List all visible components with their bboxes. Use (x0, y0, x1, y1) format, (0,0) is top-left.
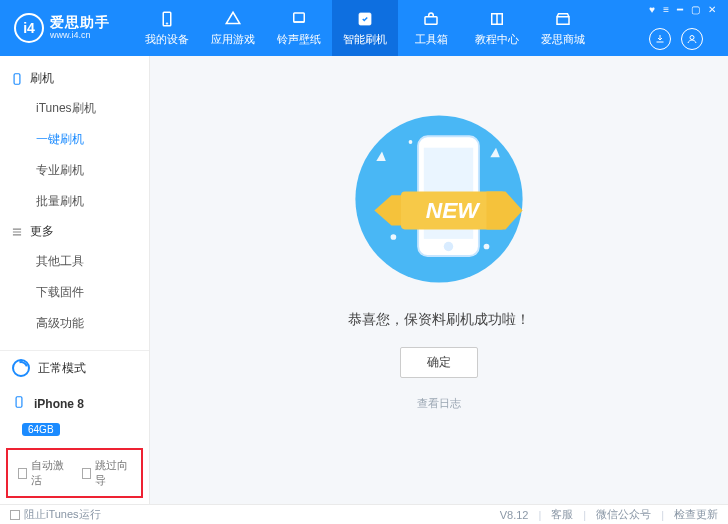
refresh-icon (12, 359, 30, 377)
sidebar: 刷机 iTunes刷机 一键刷机 专业刷机 批量刷机 更多 其他工具 下载固件 … (0, 56, 150, 504)
sidebar-group-title: 更多 (30, 223, 54, 240)
logo-title: 爱思助手 (50, 15, 110, 30)
view-log-link[interactable]: 查看日志 (417, 396, 461, 411)
sidebar-item-download-fw[interactable]: 下载固件 (0, 277, 149, 308)
phone-outline-icon (10, 72, 24, 86)
checkbox-box-icon (82, 468, 91, 479)
svg-text:NEW: NEW (426, 197, 482, 223)
checkbox-box-icon (18, 468, 27, 479)
separator: | (538, 509, 541, 521)
sidebar-item-other-tools[interactable]: 其他工具 (0, 246, 149, 277)
sidebar-item-one-click-flash[interactable]: 一键刷机 (0, 124, 149, 155)
book-icon (488, 10, 506, 28)
success-illustration: NEW (344, 104, 534, 297)
separator: | (583, 509, 586, 521)
header-right: ♥ ≡ ━ ▢ ✕ (649, 0, 720, 56)
checkbox-label: 阻止iTunes运行 (24, 507, 101, 522)
support-link[interactable]: 客服 (551, 507, 573, 522)
sidebar-item-pro-flash[interactable]: 专业刷机 (0, 155, 149, 186)
shop-icon (554, 10, 572, 28)
success-message: 恭喜您，保资料刷机成功啦！ (348, 311, 530, 329)
svg-point-12 (484, 244, 490, 250)
sidebar-item-itunes-flash[interactable]: iTunes刷机 (0, 93, 149, 124)
checkbox-box-icon (10, 510, 20, 520)
list-icon (10, 225, 24, 239)
window-controls: ♥ ≡ ━ ▢ ✕ (649, 4, 720, 15)
app-body: 刷机 iTunes刷机 一键刷机 专业刷机 批量刷机 更多 其他工具 下载固件 … (0, 56, 728, 504)
svg-rect-6 (14, 73, 20, 84)
nav-smart-flash[interactable]: 智能刷机 (332, 0, 398, 56)
top-nav: 我的设备 应用游戏 铃声壁纸 智能刷机 工具箱 (134, 0, 596, 56)
download-icon[interactable] (649, 28, 671, 50)
svg-point-13 (409, 140, 413, 144)
nav-ringtone-wallpaper[interactable]: 铃声壁纸 (266, 0, 332, 56)
sidebar-group-more: 更多 (0, 217, 149, 246)
nav-label: 应用游戏 (211, 32, 255, 47)
menu-button[interactable]: ♥ (649, 4, 655, 15)
settings-button[interactable]: ≡ (663, 4, 669, 15)
user-icon[interactable] (681, 28, 703, 50)
sidebar-group-title: 刷机 (30, 70, 54, 87)
toolbox-icon (422, 10, 440, 28)
maximize-button[interactable]: ▢ (691, 4, 700, 15)
version-label: V8.12 (500, 509, 529, 521)
svg-point-5 (690, 36, 694, 40)
svg-point-11 (391, 234, 397, 240)
logo-subtitle: www.i4.cn (50, 31, 110, 41)
device-mode-label: 正常模式 (38, 360, 86, 377)
checkbox-block-itunes[interactable]: 阻止iTunes运行 (10, 507, 101, 522)
sidebar-item-batch-flash[interactable]: 批量刷机 (0, 186, 149, 217)
main-content: NEW 恭喜您，保资料刷机成功啦！ 确定 查看日志 (150, 56, 728, 504)
phone-small-icon (12, 393, 26, 414)
nav-tutorial-center[interactable]: 教程中心 (464, 0, 530, 56)
checkbox-skip-guide[interactable]: 跳过向导 (82, 458, 132, 488)
ok-button[interactable]: 确定 (400, 347, 478, 378)
music-note-icon (290, 10, 308, 28)
app-logo: i4 爱思助手 www.i4.cn (14, 13, 110, 43)
svg-rect-7 (16, 397, 22, 408)
sidebar-group-flash: 刷机 (0, 64, 149, 93)
nav-label: 爱思商城 (541, 32, 585, 47)
app-header: i4 爱思助手 www.i4.cn 我的设备 应用游戏 铃声壁纸 (0, 0, 728, 56)
nav-store[interactable]: 爱思商城 (530, 0, 596, 56)
status-bar: 阻止iTunes运行 V8.12 | 客服 | 微信公众号 | 检查更新 (0, 504, 728, 524)
svg-rect-2 (294, 13, 305, 22)
flash-icon (356, 10, 374, 28)
close-button[interactable]: ✕ (708, 4, 716, 15)
svg-point-16 (444, 242, 454, 252)
nav-toolbox[interactable]: 工具箱 (398, 0, 464, 56)
apps-icon (224, 10, 242, 28)
nav-apps-games[interactable]: 应用游戏 (200, 0, 266, 56)
device-capacity-badge: 64GB (22, 423, 60, 436)
device-mode[interactable]: 正常模式 (0, 351, 149, 385)
sidebar-item-advanced[interactable]: 高级功能 (0, 308, 149, 339)
nav-label: 我的设备 (145, 32, 189, 47)
svg-rect-4 (425, 16, 437, 24)
separator: | (661, 509, 664, 521)
flash-options-box: 自动激活 跳过向导 (6, 448, 143, 498)
svg-point-1 (166, 22, 168, 24)
checkbox-label: 自动激活 (31, 458, 67, 488)
nav-label: 铃声壁纸 (277, 32, 321, 47)
nav-label: 智能刷机 (343, 32, 387, 47)
checkbox-auto-activate[interactable]: 自动激活 (18, 458, 68, 488)
check-update-link[interactable]: 检查更新 (674, 507, 718, 522)
checkbox-label: 跳过向导 (95, 458, 131, 488)
connected-device[interactable]: iPhone 8 (0, 385, 149, 422)
nav-label: 工具箱 (415, 32, 448, 47)
nav-label: 教程中心 (475, 32, 519, 47)
device-name: iPhone 8 (34, 397, 84, 411)
logo-badge-icon: i4 (14, 13, 44, 43)
minimize-button[interactable]: ━ (677, 4, 683, 15)
nav-my-device[interactable]: 我的设备 (134, 0, 200, 56)
wechat-link[interactable]: 微信公众号 (596, 507, 651, 522)
phone-icon (158, 10, 176, 28)
